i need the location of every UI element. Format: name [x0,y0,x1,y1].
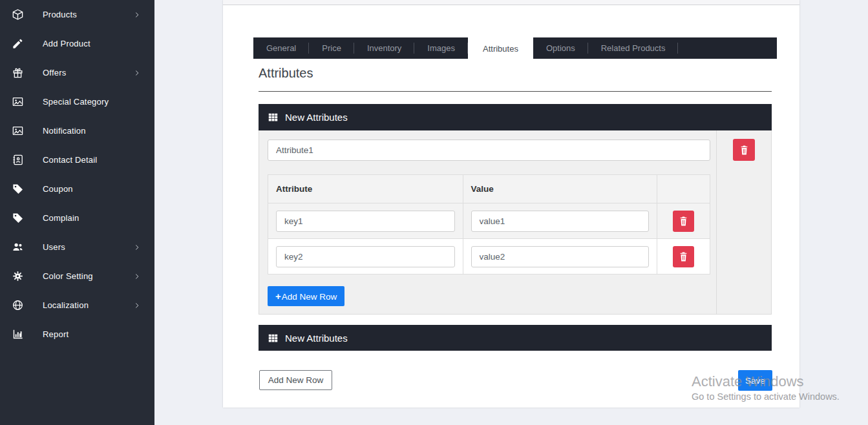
image-icon [12,96,24,108]
tab-images[interactable]: Images [414,37,468,59]
sidebar-item-notification[interactable]: Notification [0,116,154,145]
attribute-key-input[interactable] [276,246,455,267]
save-button[interactable]: Save [738,370,772,391]
chevron-right-icon [134,302,140,309]
sidebar-item-complain[interactable]: Complain [0,203,154,233]
sidebar-item-products[interactable]: Products [0,0,154,29]
sidebar-item-users[interactable]: Users [0,233,154,262]
trash-icon [679,216,688,226]
sidebar-item-label: Complain [43,213,79,223]
gear-icon [12,270,24,282]
sidebar-item-offers[interactable]: Offers [0,58,154,87]
attribute-name-input[interactable] [268,140,710,161]
sidebar-item-add-product[interactable]: Add Product [0,29,154,58]
gift-icon [12,67,24,79]
sidebar: ProductsAdd ProductOffersSpecial Categor… [0,0,154,425]
bar-chart-icon [12,328,24,340]
add-new-attribute-button[interactable]: Add New Row [259,370,332,390]
grid-icon [268,112,279,123]
sidebar-item-label: Users [43,242,65,252]
attribute-value-input[interactable] [471,211,650,232]
attribute-row [268,239,710,275]
tag-icon [12,183,24,195]
tab-options[interactable]: Options [533,37,588,59]
sidebar-item-localization[interactable]: Localization [0,291,154,320]
attribute-column-header: Attribute [268,175,463,203]
address-book-icon [12,154,24,166]
delete-row-button[interactable] [673,246,694,267]
cube-icon [12,8,24,21]
sidebar-item-label: Report [43,329,69,339]
chevron-right-icon [134,244,140,251]
product-tabs: GeneralPriceInventoryImagesAttributesOpt… [253,37,777,59]
sidebar-item-coupon[interactable]: Coupon [0,174,154,203]
delete-row-button[interactable] [673,211,694,232]
tab-related-products[interactable]: Related Products [588,37,679,59]
tab-general[interactable]: General [253,37,309,59]
attribute-row [268,203,710,239]
new-attributes-panel-2: New Attributes [259,325,772,351]
sidebar-item-label: Products [43,10,77,19]
chevron-right-icon [134,12,140,18]
pen-icon [12,37,24,50]
attributes-table: Attribute Value [268,174,710,275]
sidebar-item-label: Contact Detail [43,155,97,165]
new-attributes-panel: New Attributes Attribute Value +Add [259,104,772,315]
tab-attributes[interactable]: Attributes [468,37,533,63]
new-attributes-panel-2-header: New Attributes [259,325,772,351]
panel-title: New Attributes [285,112,348,123]
sidebar-item-label: Special Category [43,97,109,107]
sidebar-item-special-category[interactable]: Special Category [0,87,154,116]
sidebar-nav: ProductsAdd ProductOffersSpecial Categor… [0,0,154,349]
sidebar-item-report[interactable]: Report [0,320,154,349]
card-top-strip [223,0,799,5]
actions-column-header [657,175,710,203]
image-icon [12,125,24,137]
attribute-value-input[interactable] [471,246,650,267]
page-title: Attributes [259,66,313,81]
title-divider [259,91,772,92]
new-attributes-panel-header: New Attributes [259,104,772,130]
tab-price[interactable]: Price [309,37,354,59]
sidebar-item-label: Add Product [43,39,90,48]
add-new-row-label: Add New Row [282,292,337,302]
new-attributes-panel-body: Attribute Value +Add New Row [259,130,772,315]
sidebar-item-label: Localization [43,300,89,310]
panel-vertical-divider [716,130,717,314]
sidebar-item-label: Notification [43,126,86,136]
chevron-right-icon [134,70,140,76]
sidebar-item-color-setting[interactable]: Color Setting [0,262,154,291]
trash-icon [679,252,688,262]
tag-icon [12,212,24,224]
grid-icon [268,333,279,344]
sidebar-item-label: Offers [43,68,66,78]
tab-inventory[interactable]: Inventory [354,37,414,59]
panel-title: New Attributes [285,333,348,344]
trash-icon [740,145,748,155]
delete-attribute-button[interactable] [733,139,755,161]
globe-icon [12,299,24,311]
attribute-key-input[interactable] [276,211,455,232]
users-icon [12,241,24,253]
sidebar-item-label: Coupon [43,184,73,194]
chevron-right-icon [134,273,140,280]
sidebar-item-contact-detail[interactable]: Contact Detail [0,145,154,174]
value-column-header: Value [463,175,657,203]
plus-icon: + [275,291,281,302]
add-new-row-button[interactable]: +Add New Row [268,286,344,306]
table-header-row: Attribute Value [268,175,710,203]
product-edit-card: GeneralPriceInventoryImagesAttributesOpt… [223,0,799,408]
sidebar-item-label: Color Setting [43,271,93,281]
